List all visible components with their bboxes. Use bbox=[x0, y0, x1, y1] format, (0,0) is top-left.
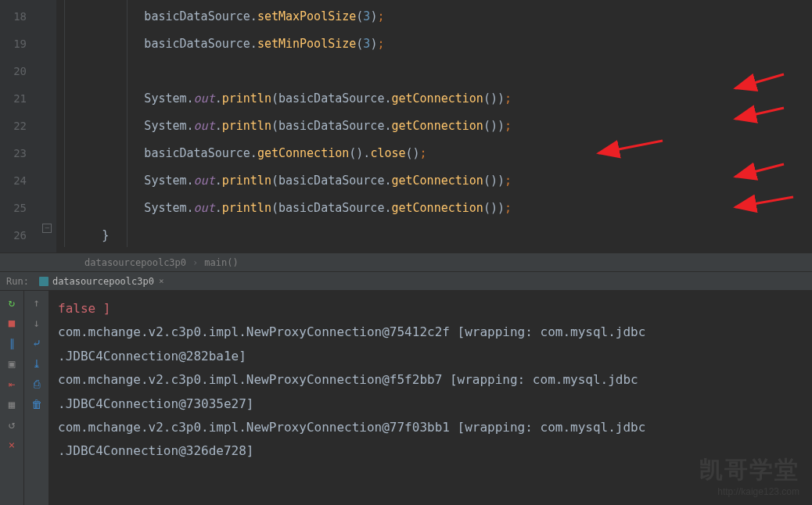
code-line[interactable] bbox=[59, 58, 812, 85]
run-tab[interactable]: datasourcepoolc3p0 × bbox=[35, 272, 167, 290]
console-line: .JDBC4Connection@73035e27] bbox=[58, 392, 803, 416]
code-line[interactable]: System.out.println(basicDataSource.getCo… bbox=[59, 113, 812, 140]
pause-icon[interactable]: ∥ bbox=[5, 336, 19, 350]
line-number: 26 bbox=[0, 222, 41, 249]
line-number: 22 bbox=[0, 113, 41, 140]
run-toolbar-inner: ↑↓⤶⤓⎙🗑 bbox=[23, 291, 49, 505]
layout-icon[interactable]: ▦ bbox=[5, 397, 19, 411]
run-toolbar-left: ↻■∥▣⇤▦↺× bbox=[0, 291, 23, 505]
code-content[interactable]: basicDataSource.setMaxPoolSize(3); basic… bbox=[56, 0, 812, 252]
line-number: 23 bbox=[0, 140, 41, 167]
restore-icon[interactable]: ↺ bbox=[5, 417, 19, 432]
watermark-url: http://kaige123.com bbox=[699, 486, 799, 497]
watermark: 凯哥学堂 http://kaige123.com bbox=[699, 454, 799, 497]
console-line: com.mchange.v2.c3p0.impl.NewProxyConnect… bbox=[58, 321, 803, 344]
indent-guide bbox=[127, 0, 128, 247]
rerun-icon[interactable]: ↻ bbox=[5, 295, 19, 310]
line-number: 19 bbox=[0, 30, 41, 58]
breadcrumb-separator: › bbox=[192, 257, 198, 268]
exit-icon[interactable]: ⇤ bbox=[5, 377, 19, 391]
print-icon[interactable]: ⎙ bbox=[30, 377, 44, 391]
breadcrumb-item[interactable]: main() bbox=[198, 257, 244, 268]
svg-rect-6 bbox=[39, 277, 49, 286]
fold-gutter: − bbox=[41, 0, 56, 252]
line-number-gutter: 181920212223242526 bbox=[0, 0, 41, 252]
editor-area: 181920212223242526 − basicDataSource.set… bbox=[0, 0, 812, 252]
console-area: ↻■∥▣⇤▦↺× ↑↓⤶⤓⎙🗑 false ]com.mchange.v2.c3… bbox=[0, 291, 812, 505]
close-icon[interactable]: × bbox=[159, 276, 164, 286]
breadcrumbs: datasourcepoolc3p0 › main() bbox=[0, 252, 812, 272]
breadcrumb-item[interactable]: datasourcepoolc3p0 bbox=[78, 257, 192, 268]
console-line: com.mchange.v2.c3p0.impl.NewProxyConnect… bbox=[58, 416, 803, 439]
code-line[interactable]: System.out.println(basicDataSource.getCo… bbox=[59, 85, 812, 113]
app-icon bbox=[38, 276, 49, 287]
console-line: com.mchange.v2.c3p0.impl.NewProxyConnect… bbox=[58, 368, 803, 392]
console-line: .JDBC4Connection@326de728] bbox=[58, 439, 803, 463]
code-line[interactable]: } bbox=[59, 222, 812, 249]
line-number: 25 bbox=[0, 195, 41, 222]
console-output[interactable]: false ]com.mchange.v2.c3p0.impl.NewProxy… bbox=[49, 291, 812, 505]
clear-icon[interactable]: 🗑 bbox=[30, 397, 44, 411]
code-line[interactable]: basicDataSource.getConnection().close(); bbox=[59, 140, 812, 167]
camera-icon[interactable]: ▣ bbox=[5, 356, 19, 371]
run-tool-header: Run: datasourcepoolc3p0 × bbox=[0, 272, 812, 291]
scroll-icon[interactable]: ⤓ bbox=[30, 356, 44, 371]
line-number: 18 bbox=[0, 3, 41, 30]
code-line[interactable]: basicDataSource.setMaxPoolSize(3); bbox=[59, 3, 812, 30]
line-number: 20 bbox=[0, 58, 41, 85]
line-number: 21 bbox=[0, 85, 41, 113]
down-icon[interactable]: ↓ bbox=[30, 316, 44, 330]
code-line[interactable]: System.out.println(basicDataSource.getCo… bbox=[59, 195, 812, 222]
code-line[interactable]: basicDataSource.setMinPoolSize(3); bbox=[59, 30, 812, 58]
fold-icon[interactable]: − bbox=[42, 224, 52, 233]
console-line: false ] bbox=[58, 297, 803, 321]
stop-icon[interactable]: ■ bbox=[5, 316, 19, 330]
run-tab-label: datasourcepoolc3p0 bbox=[52, 276, 154, 287]
close-icon[interactable]: × bbox=[5, 438, 19, 452]
indent-guide bbox=[64, 0, 65, 247]
wrap-icon[interactable]: ⤶ bbox=[30, 336, 44, 350]
up-icon[interactable]: ↑ bbox=[30, 295, 44, 310]
run-label: Run: bbox=[0, 276, 35, 287]
watermark-text: 凯哥学堂 bbox=[699, 454, 799, 486]
console-line: .JDBC4Connection@282ba1e] bbox=[58, 345, 803, 368]
code-line[interactable]: System.out.println(basicDataSource.getCo… bbox=[59, 167, 812, 195]
line-number: 24 bbox=[0, 167, 41, 195]
